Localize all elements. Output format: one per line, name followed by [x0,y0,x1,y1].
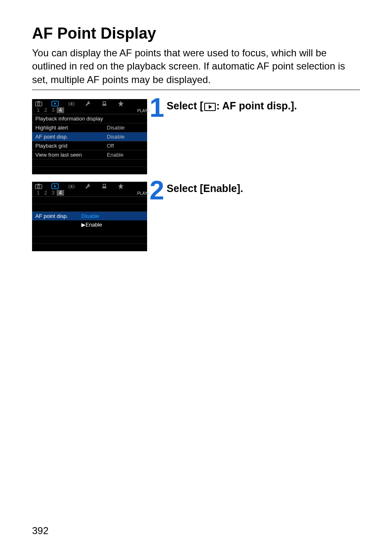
menu-value [107,116,144,122]
svg-rect-6 [71,102,72,105]
subtab-3: 3 [49,190,57,196]
lcd1-tab-label: PLAY4 [137,109,145,113]
svg-marker-9 [118,101,124,106]
step-1-text: Select [ : AF point disp.]. [167,100,297,112]
lcd2-sub-tabs: 1 2 3 4 PLAY4 [32,190,147,197]
menu-label: Playback information display [35,116,107,122]
option-disable: Disable [81,212,99,220]
subtab-1: 1 [35,190,42,196]
menu-row-view-last-seen: View from last seen Enable [32,150,147,160]
divider [32,90,360,90]
custom-icon [100,183,108,189]
svg-marker-4 [54,102,56,105]
step1-suffix: : AF point disp.]. [217,100,297,112]
option-enable-text: Enable [85,222,102,228]
lcd1-sub-tabs: 1 2 3 4 PLAY4 [32,107,147,114]
lcd-screen-1: (( )) 1 2 3 4 PLAY4 Playbac [32,99,147,174]
subtab-3: 3 [49,107,57,113]
svg-rect-18 [103,184,106,187]
playback-icon [51,101,59,106]
menu-value: Off [107,143,144,149]
svg-rect-8 [103,102,106,104]
setting-label: AF point disp. [32,212,81,220]
camera-icon [35,183,43,189]
wireless-icon: (( )) [67,183,76,189]
caret-icon: ▶ [81,222,85,228]
menu-row-playback-info: Playback information display [32,114,147,123]
svg-rect-16 [71,185,72,188]
option-row-disable: AF point disp. Disable [32,212,147,220]
menu-label: AF point disp. [35,134,107,140]
playback-icon-inline [204,103,216,111]
lcd1-top-tabs: (( )) [32,99,147,107]
svg-rect-1 [37,101,40,102]
star-icon [117,183,125,189]
camera-icon [35,101,43,106]
menu-row-highlight-alert: Highlight alert Disable [32,123,147,132]
menu-label: Highlight alert [35,125,107,131]
lcd2-tab-label: PLAY4 [137,191,145,196]
menu-value: Disable [107,134,144,140]
menu-value: Disable [107,125,144,131]
subtab-2: 2 [42,190,49,196]
svg-marker-14 [54,185,56,187]
subtab-4: 4 [57,190,64,196]
page-number: 392 [32,525,48,537]
star-icon [117,101,125,106]
svg-rect-7 [102,104,106,106]
subtab-4: 4 [57,107,64,113]
intro-text: You can display the AF points that were … [32,46,360,86]
menu-label: Playback grid [35,143,107,149]
step-2: (( )) 1 2 3 4 PLAY4 [32,182,360,251]
menu-value: Enable [107,152,144,158]
option-row-enable: ▶Enable [32,220,147,229]
svg-point-12 [37,185,40,188]
wireless-icon: (( )) [67,101,76,106]
step-number-1: 1 [150,97,164,118]
playback-icon [51,183,59,189]
menu-label: View from last seen [35,152,107,158]
menu-row-playback-grid: Playback grid Off [32,141,147,150]
wrench-icon [84,183,92,189]
subtab-1: 1 [35,107,42,113]
step1-prefix: Select [ [167,100,203,112]
wrench-icon [84,101,92,106]
menu-row-af-point-disp: AF point disp. Disable [32,132,147,141]
svg-rect-11 [37,184,40,185]
option-enable: ▶Enable [81,220,102,229]
svg-point-2 [37,103,40,105]
lcd2-top-tabs: (( )) [32,182,147,190]
step-number-2: 2 [150,180,164,201]
page-title: AF Point Display [32,25,360,42]
custom-icon [100,101,108,106]
step-2-text: Select [Enable]. [167,183,243,194]
lcd-screen-2: (( )) 1 2 3 4 PLAY4 [32,182,147,251]
subtab-2: 2 [42,107,49,113]
svg-rect-17 [102,187,106,188]
step-1: (( )) 1 2 3 4 PLAY4 Playbac [32,99,360,174]
option-spacer [32,220,81,229]
svg-marker-19 [118,183,124,189]
